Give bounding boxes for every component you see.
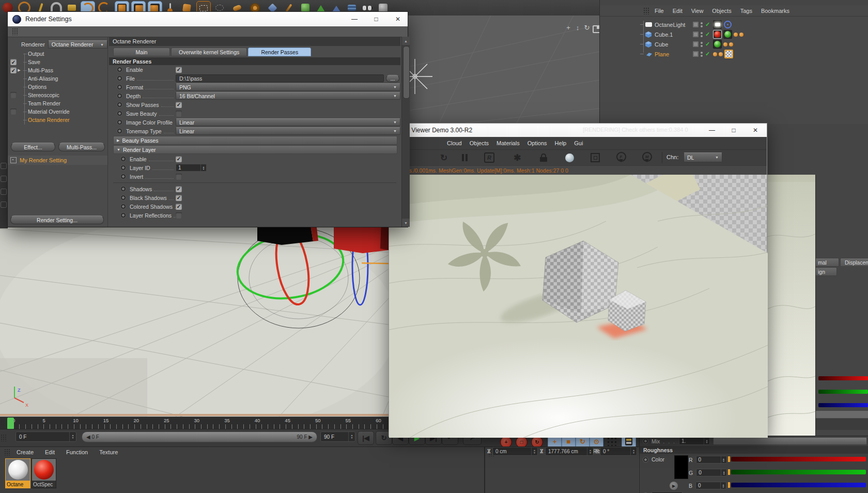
tag-icon[interactable] — [729, 42, 733, 47]
viewport-zoom-icon[interactable]: ↕ — [574, 24, 582, 32]
tab-displacement[interactable]: Displacem — [840, 258, 868, 267]
goto-start-button[interactable]: |◀ — [358, 431, 374, 445]
menu-item[interactable]: File — [655, 8, 664, 14]
minimize-icon[interactable]: — — [350, 14, 359, 24]
red-gradient-slider[interactable] — [731, 457, 866, 461]
tree-checkbox[interactable]: ✓ — [10, 67, 17, 73]
enabled-check-icon[interactable]: ✓ — [705, 21, 710, 28]
format-dropdown[interactable]: PNG▼ — [176, 83, 400, 91]
color-radio-icon[interactable] — [643, 457, 648, 463]
visibility-dots[interactable] — [701, 32, 703, 37]
reset-icon[interactable]: R — [483, 151, 496, 164]
tree-checkbox[interactable]: ✓ — [10, 92, 17, 98]
layer-toggle[interactable] — [693, 51, 699, 57]
maximize-icon[interactable]: □ — [371, 14, 381, 24]
colored-shadows-checkbox[interactable]: ✓ — [176, 204, 182, 210]
bg-red-slider[interactable] — [818, 376, 868, 380]
black-shadows-checkbox[interactable]: ✓ — [176, 195, 182, 201]
tree-item[interactable]: ✓ ▶ Save — [8, 58, 107, 66]
panel-grip[interactable] — [12, 28, 18, 35]
tree-item[interactable]: ✓ ▶ Material Override — [8, 107, 107, 116]
green-material-thumb[interactable] — [723, 30, 732, 39]
pause-render-icon[interactable] — [458, 151, 471, 164]
bg-green-slider[interactable] — [818, 390, 868, 394]
live-viewer-titlebar[interactable]: Live Viewer Demo 3.00-R2 — □ ✕ — [389, 124, 767, 137]
renderer-dropdown[interactable]: Octane Renderer▼ — [48, 40, 107, 49]
tree-item[interactable]: ✓ ▶ Output — [8, 50, 107, 58]
scrollbar-thumb[interactable] — [403, 46, 410, 99]
layer-enable-checkbox[interactable]: ✓ — [176, 156, 182, 162]
bg-blue-slider[interactable] — [818, 403, 868, 407]
frame-range-slider[interactable]: ◀ 0 F 90 F ▶ — [82, 432, 317, 442]
menu-item[interactable]: Create — [17, 449, 34, 455]
render-settings-titlebar[interactable]: Render Settings — □ ✕ — [8, 12, 408, 26]
menu-item[interactable]: Edit — [673, 8, 683, 14]
layer-toggle[interactable] — [693, 22, 699, 27]
menu-item[interactable]: Edit — [45, 449, 55, 455]
focus-picker-icon[interactable]: F — [614, 151, 628, 164]
red-material-thumb[interactable] — [713, 30, 722, 39]
size-field[interactable]: 1777.766 cm▲▼ — [545, 447, 594, 456]
show-passes-checkbox[interactable]: ✓ — [176, 102, 182, 108]
tool-icon[interactable] — [1, 189, 7, 195]
invert-checkbox[interactable]: ✓ — [176, 174, 182, 180]
viewport-orbit-icon[interactable]: ↻ — [583, 24, 591, 32]
image-color-profile-dropdown[interactable]: Linear▼ — [176, 118, 400, 126]
tree-item[interactable]: ✓ ▶ Options — [8, 83, 107, 91]
file-path-input[interactable]: D:\1\pass — [176, 74, 384, 82]
menu-item[interactable]: Bookmarks — [761, 8, 789, 14]
tree-item[interactable]: ✓ ▶ Stereoscopic — [8, 91, 107, 99]
enabled-check-icon[interactable]: ✓ — [705, 31, 710, 38]
depth-dropdown[interactable]: 16 Bit/Channel▼ — [176, 92, 400, 100]
tab-render-passes[interactable]: Render Passes — [248, 48, 311, 56]
settings-gear-icon[interactable]: ✱ — [510, 151, 524, 164]
menu-item[interactable]: Objects — [712, 8, 731, 14]
render-layer-group[interactable]: ▼Render Layer — [113, 145, 397, 154]
close-icon[interactable]: ✕ — [393, 14, 402, 24]
tree-checkbox[interactable]: ✓ — [10, 59, 17, 65]
mix-slider[interactable] — [713, 437, 867, 445]
expand-color-icon[interactable]: ▶ — [670, 482, 678, 490]
blue-gradient-slider[interactable] — [731, 483, 866, 487]
menu-item[interactable]: Tags — [740, 8, 752, 14]
phong-tag-icon[interactable] — [713, 52, 717, 56]
texture-tag-thumb-selected[interactable] — [724, 50, 733, 58]
phong-tag-icon[interactable] — [734, 33, 738, 37]
object-row-cube[interactable]: Cube ✓ — [640, 39, 735, 49]
tree-item[interactable]: ✓ ▶ Anti-Aliasing — [8, 74, 107, 83]
render-setting-button[interactable]: Render Setting... — [10, 215, 104, 224]
timeline-playhead[interactable] — [7, 418, 14, 429]
tonemap-dropdown[interactable]: Linear▼ — [176, 127, 400, 135]
tool-icon[interactable] — [1, 163, 7, 169]
b-spinner[interactable]: 0▲▼ — [695, 482, 726, 489]
panel-grip[interactable] — [1, 434, 7, 441]
menu-item[interactable]: Options — [528, 140, 547, 146]
light-tag-icon[interactable] — [723, 20, 732, 29]
phong-tag-icon[interactable] — [723, 42, 727, 47]
viewport-pan-icon[interactable]: + — [564, 24, 572, 32]
material-octspec[interactable]: OctSpec — [32, 458, 56, 488]
tab-main[interactable]: Main — [113, 48, 170, 56]
expander-icon[interactable]: ▶ — [17, 68, 22, 72]
tag-icon[interactable] — [719, 52, 723, 56]
restart-render-icon[interactable]: ↻ — [437, 151, 451, 164]
position-field[interactable]: 0 cm▲▼ — [492, 447, 538, 456]
g-spinner[interactable]: 0▲▼ — [696, 469, 727, 476]
menu-item[interactable]: View — [691, 8, 704, 14]
material-ball-icon[interactable] — [563, 151, 576, 164]
timeline-ruler[interactable]: 051015202530354045505560 — [0, 417, 454, 429]
menu-item[interactable]: Help — [555, 140, 567, 146]
enabled-check-icon[interactable]: ✓ — [705, 41, 710, 48]
render-view[interactable] — [389, 175, 767, 438]
menu-item[interactable]: Materials — [497, 140, 520, 146]
tree-checkbox[interactable]: ✓ — [10, 109, 17, 115]
tool-icon[interactable] — [1, 202, 7, 208]
green-gradient-slider[interactable] — [731, 470, 866, 474]
material-picker-icon[interactable]: M — [640, 151, 654, 164]
scroll-down-icon[interactable]: ▼ — [402, 219, 410, 227]
roughness-section-header[interactable]: Roughness — [640, 446, 868, 454]
layer-toggle[interactable] — [693, 41, 699, 47]
enabled-check-icon[interactable]: ✓ — [705, 51, 710, 57]
material-octane[interactable]: Octane — [5, 458, 30, 488]
object-row-plane[interactable]: Plane ✓ — [640, 49, 735, 59]
